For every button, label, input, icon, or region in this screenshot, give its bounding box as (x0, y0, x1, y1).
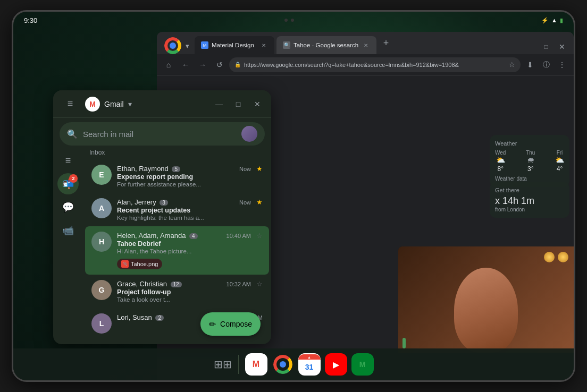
new-tab-button[interactable]: + (379, 36, 393, 50)
email-avatar-4: G (91, 280, 112, 300)
email-sender-1: Ethan, Raymond 5 (117, 165, 180, 173)
battery-icon: ▮ (560, 17, 563, 24)
email-subject-1: Expense report pending (117, 173, 251, 181)
search-icon: 🔍 (67, 129, 78, 139)
gmail-header: ≡ M Gmail ▾ — □ ✕ (53, 90, 271, 118)
email-star-2[interactable]: ★ (256, 198, 263, 206)
email-sender-row-2: Alan, Jerrery 3 Now (117, 198, 251, 206)
gmail-close-btn[interactable]: ✕ (250, 97, 265, 112)
compose-label: Compose (220, 320, 252, 328)
email-item-4[interactable]: G Grace, Christian 12 10:32 AM Project f… (85, 275, 269, 308)
tablet-screen: 9:30 ⚡ ▲ ▮ ▾ (13, 12, 574, 380)
menu-icon: ≡ (65, 155, 71, 166)
email-preview-1: For further assistance please... (117, 181, 251, 188)
chrome-download-btn[interactable]: ⬇ (523, 57, 538, 72)
chrome-tab-2[interactable]: 🔍 Tahoe - Google sesarch ✕ (276, 36, 376, 54)
email-time-1: Now (239, 166, 251, 172)
email-star-4[interactable]: ☆ (256, 280, 263, 288)
user-avatar[interactable] (241, 126, 257, 142)
email-time-3: 10:40 AM (227, 233, 251, 239)
sidebar-chat-icon[interactable]: 💬 (57, 197, 79, 218)
email-star-1[interactable]: ★ (256, 165, 263, 173)
taskbar-app-calendar[interactable]: ▲ 31 (298, 353, 321, 376)
email-sender-row-3: Helen, Adam, Amanda 4 10:40 AM (117, 232, 251, 240)
chat-icon: 💬 (62, 201, 74, 213)
chrome-reload-btn[interactable]: ↺ (212, 57, 227, 72)
chrome-window-close[interactable]: ✕ (555, 39, 569, 54)
light-bulb-1 (544, 252, 555, 262)
chrome-home-btn[interactable]: ⌂ (161, 57, 176, 72)
email-time-4: 10:32 AM (227, 281, 251, 287)
chrome-info-btn[interactable]: ⓘ (539, 57, 554, 72)
tab2-favicon: 🔍 (283, 41, 290, 49)
light-bulb-2 (558, 252, 568, 262)
video-indicator (402, 338, 406, 348)
email-item-2[interactable]: A Alan, Jerrery 3 Now Recent project upd… (85, 193, 269, 226)
video-bg-lights (544, 252, 568, 262)
chrome-forward-btn[interactable]: → (195, 57, 210, 72)
tab1-title: Material Design (212, 42, 256, 48)
email-preview-3: Hi Alan, the Tahoe picture... (117, 248, 251, 254)
taskbar-grid-btn[interactable]: ⊞⊞ (212, 353, 234, 376)
weather-day-wed: Wed ⛅ 8° (495, 150, 506, 173)
camera-dot-2 (291, 19, 294, 22)
tab1-close[interactable]: ✕ (259, 41, 268, 49)
email-item-1[interactable]: E Ethan, Raymond 5 Now Expense report pe… (85, 159, 269, 193)
tab2-close[interactable]: ✕ (362, 41, 370, 49)
taskbar-app-gmail[interactable]: M (245, 353, 267, 376)
compose-button[interactable]: ✏ Compose (200, 312, 261, 336)
taskbar: ⊞⊞ M ▲ 31 ▶ M (13, 348, 574, 380)
weather-day-name-wed: Wed (495, 150, 506, 156)
camera-dot-1 (284, 19, 288, 22)
email-star-3[interactable]: ☆ (256, 232, 263, 240)
weather-title: Weather (495, 140, 564, 147)
email-item-3[interactable]: H Helen, Adam, Amanda 4 10:40 AM Tahoe D… (85, 226, 269, 275)
gmail-minimize-btn[interactable]: — (212, 97, 227, 112)
gmail-dropdown-icon[interactable]: ▾ (128, 100, 132, 108)
email-avatar-3: H (91, 232, 112, 252)
email-sender-row-4: Grace, Christian 12 10:32 AM (117, 280, 251, 288)
weather-day-fri: Fri ⛅ 4° (555, 150, 564, 173)
get-there-from: from London (495, 207, 564, 212)
chrome-window-restore[interactable]: □ (539, 39, 554, 54)
chrome-menu-btn[interactable]: ⋮ (555, 57, 569, 72)
email-attachment-3: 📎 Tahoe.png (117, 258, 251, 269)
gmail-window: ≡ M Gmail ▾ — □ ✕ 🔍 Search in mail (53, 90, 271, 344)
taskbar-app-youtube[interactable]: ▶ (325, 353, 347, 376)
chrome-addressbar[interactable]: 🔒 https://www.google.com/search?q=lake+t… (229, 57, 521, 72)
chrome-toolbar: ⌂ ← → ↺ 🔒 https://www.google.com/search?… (157, 54, 574, 75)
chrome-tab-1[interactable]: M Material Design ✕ (195, 36, 274, 54)
sidebar-meet-icon[interactable]: 📹 (57, 220, 79, 241)
weather-temp-wed: 8° (495, 165, 506, 173)
attachment-chip[interactable]: 📎 Tahoe.png (117, 259, 162, 269)
bookmark-icon[interactable]: ☆ (509, 61, 515, 69)
email-sender-5: Lori, Susan 2 (117, 313, 164, 321)
gmail-menu-btn[interactable]: ≡ (60, 93, 81, 115)
chrome-dropdown[interactable]: ▾ (186, 42, 189, 50)
email-sender-3: Helen, Adam, Amanda 4 (117, 232, 198, 240)
weather-widget: Weather Wed ⛅ 8° Thu 🌧 3° Fri ⛅ 4° (490, 135, 569, 187)
chrome-right-icons: ⬇ ⓘ ⋮ (523, 57, 569, 72)
sidebar-menu-icon[interactable]: ≡ (57, 150, 79, 171)
chrome-back-btn[interactable]: ← (178, 57, 193, 72)
taskbar-app-meet[interactable]: M (351, 353, 374, 376)
gmail-maximize-btn[interactable]: □ (231, 97, 246, 112)
weather-days: Wed ⛅ 8° Thu 🌧 3° Fri ⛅ 4° (495, 150, 564, 173)
email-content-1: Ethan, Raymond 5 Now Expense report pend… (117, 165, 251, 188)
gmail-searchbar[interactable]: 🔍 Search in mail (60, 122, 265, 146)
email-subject-2: Recent project updates (117, 207, 251, 214)
video-person-face (454, 268, 518, 353)
email-subject-3: Tahoe Debrief (117, 240, 251, 248)
tablet-frame: 9:30 ⚡ ▲ ▮ ▾ (12, 10, 575, 382)
taskbar-app-chrome[interactable] (272, 353, 294, 376)
sidebar-inbox-icon[interactable]: 📬 2 (57, 173, 79, 194)
inbox-badge: 2 (69, 174, 78, 183)
chrome-tab-bar: ▾ M Material Design ✕ 🔍 Tahoe - Google s… (157, 32, 574, 54)
video-person (398, 246, 574, 353)
video-overlay (398, 246, 574, 353)
email-content-4: Grace, Christian 12 10:32 AM Project fol… (117, 280, 251, 303)
get-there-title: Get there (495, 187, 564, 193)
gmail-title: Gmail (104, 100, 124, 108)
tab2-title: Tahoe - Google sesarch (294, 42, 358, 48)
gmail-sidebar: ≡ 📬 2 💬 📹 (53, 146, 83, 344)
